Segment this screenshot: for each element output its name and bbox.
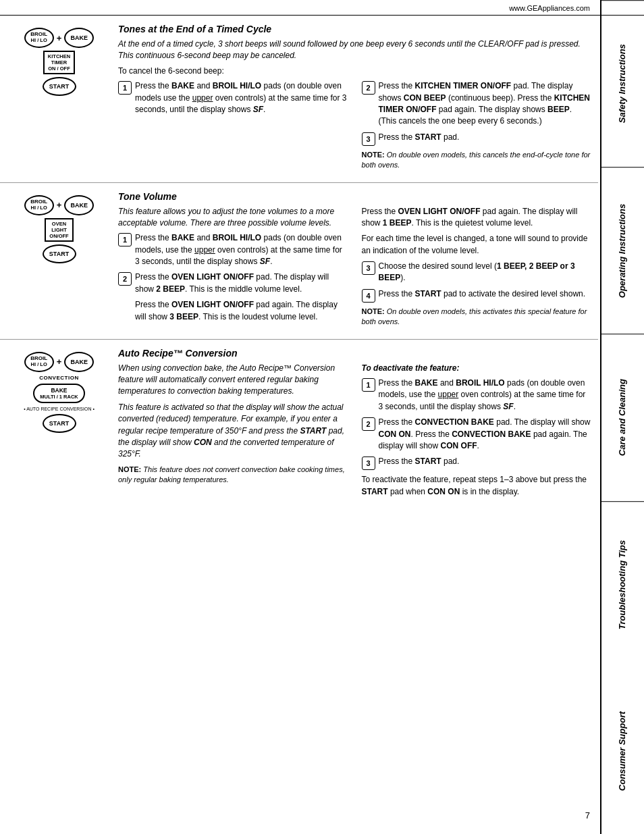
diagram-volume: BROIL HI / LO + BAKE OVENLIGHTON/OFF STA… <box>7 191 111 331</box>
vol-step-3: 3 Choose the desired sound level (1 BEEP… <box>362 261 592 284</box>
broil-button-3: BROIL HI / LO <box>24 352 54 372</box>
vol-1beep: Press the OVEN LIGHT ON/OFF pad again. T… <box>362 206 592 230</box>
oven-diagram-2: BROIL HI / LO + BAKE OVENLIGHTON/OFF STA… <box>24 195 95 263</box>
tones-col-right: 2 Press the KITCHEN TIMER ON/OFF pad. Th… <box>362 80 592 174</box>
plus-icon: + <box>57 33 62 43</box>
auto-recipe-intro2: This feature is activated so that the di… <box>118 402 348 461</box>
vol-step-4: 4 Press the START pad to activate the de… <box>362 288 592 303</box>
deact-step-2: 2 Press the CONVECTION BAKE pad. The dis… <box>362 417 592 452</box>
volume-note: NOTE: On double oven models, this activa… <box>362 307 592 328</box>
start-button-3: START <box>43 414 76 433</box>
bake-button-3: BAKE <box>64 352 94 372</box>
vol-step-num-3: 3 <box>362 261 375 275</box>
section-auto-recipe: BROIL HI / LO + BAKE CONVECTION BAKE MUL… <box>0 340 598 510</box>
vol-step-2: 2 Press the OVEN LIGHT ON/OFF pad. The d… <box>118 271 348 295</box>
text-tones-end: Tones at the End of a Timed Cycle At the… <box>111 24 591 174</box>
section-tones-end: BROIL HI / LO + BAKE KITCHENTIMERON / OF… <box>0 16 598 183</box>
auto-recipe-col-left: When using convection bake, the Auto Rec… <box>118 363 348 502</box>
text-auto-recipe: Auto Recipe™ Conversion When using conve… <box>111 348 591 502</box>
sidebar-consumer: Consumer Support <box>601 668 644 834</box>
bake-multi-button: BAKE MULTI / 1 RACK <box>33 384 85 403</box>
deact-step-1: 1 Press the BAKE and BROIL HI/LO pads (o… <box>362 377 592 413</box>
sidebar-troubleshooting: Troubleshooting Tips <box>601 501 644 668</box>
vol-step-text-4: Press the START pad to activate the desi… <box>379 288 592 300</box>
section-title-tones: Tones at the End of a Timed Cycle <box>118 24 591 34</box>
section-title-volume: Tone Volume <box>118 191 591 202</box>
step-1: 1 Press the BAKE and BROIL HI/LO pads (o… <box>118 80 348 115</box>
section-title-auto-recipe: Auto Recipe™ Conversion <box>118 348 591 359</box>
broil-button: BROIL HI / LO <box>24 28 54 48</box>
vol-step-text-2: Press the OVEN LIGHT ON/OFF pad. The dis… <box>135 271 348 295</box>
plus-icon-3: + <box>57 357 62 367</box>
broil-button-2: BROIL HI / LO <box>24 195 54 215</box>
right-sidebar: Safety Instructions Operating Instructio… <box>600 0 644 834</box>
vol-tone-change: For each time the level is changed, a to… <box>362 233 592 257</box>
deact-step-text-2: Press the CONVECTION BAKE pad. The displ… <box>379 417 592 452</box>
reactivate-text: To reactivate the feature, repeat steps … <box>362 474 592 498</box>
oven-light-button: OVENLIGHTON/OFF <box>45 218 73 242</box>
auto-recipe-two-col: When using convection bake, the Auto Rec… <box>118 363 591 502</box>
sidebar-operating: Operating Instructions <box>601 167 644 334</box>
volume-col-left: This feature allows you to adjust the to… <box>118 206 348 331</box>
tones-intro: At the end of a timed cycle, 3 short bee… <box>118 38 591 62</box>
start-button-2: START <box>43 244 76 263</box>
deact-step-text-3: Press the START pad. <box>379 456 592 467</box>
tones-sub-intro: To cancel the 6-second beep: <box>118 66 591 77</box>
step-text-3: Press the START pad. <box>379 132 592 143</box>
auto-recipe-intro1: When using convection bake, the Auto Rec… <box>118 363 348 398</box>
vol-3beep: Press the OVEN LIGHT ON/OFF pad again. T… <box>135 299 348 323</box>
bake-button-2: BAKE <box>64 195 94 215</box>
convection-label: CONVECTION <box>39 375 78 381</box>
deactivate-title: To deactivate the feature: <box>362 363 592 374</box>
volume-intro: This feature allows you to adjust the to… <box>118 206 348 230</box>
url-bar: www.GEAppliances.com <box>0 0 644 16</box>
plus-icon-2: + <box>57 200 62 210</box>
auto-recipe-col-right: To deactivate the feature: 1 Press the B… <box>362 363 592 502</box>
step-3: 3 Press the START pad. <box>362 132 592 146</box>
deact-step-3: 3 Press the START pad. <box>362 456 592 470</box>
text-tone-volume: Tone Volume This feature allows you to a… <box>111 191 591 331</box>
step-num-2: 2 <box>362 81 375 95</box>
diagram-auto-recipe: BROIL HI / LO + BAKE CONVECTION BAKE MUL… <box>7 348 111 502</box>
vol-step-num-4: 4 <box>362 289 375 303</box>
kitchen-timer-button: KITCHENTIMERON / OFF <box>43 51 75 74</box>
step-num-1: 1 <box>118 81 132 95</box>
auto-recipe-note: NOTE: This feature does not convert conv… <box>118 465 348 486</box>
tones-note: NOTE: On double oven models, this cancel… <box>362 150 592 171</box>
step-text-1: Press the BAKE and BROIL HI/LO pads (on … <box>135 80 348 115</box>
auto-recipe-label: • AUTO RECIPE CONVERSION • <box>24 407 95 411</box>
step-text-2: Press the KITCHEN TIMER ON/OFF pad. The … <box>379 80 592 128</box>
vol-step-num-1: 1 <box>118 233 132 246</box>
vol-step-1: 1 Press the BAKE and BROIL HI/LO pads (o… <box>118 232 348 267</box>
sidebar-care: Care and Cleaning <box>601 334 644 500</box>
sidebar-safety: Safety Instructions <box>601 0 644 167</box>
main-content: BROIL HI / LO + BAKE KITCHENTIMERON / OF… <box>0 16 598 509</box>
step-2: 2 Press the KITCHEN TIMER ON/OFF pad. Th… <box>362 80 592 128</box>
section-tone-volume: BROIL HI / LO + BAKE OVENLIGHTON/OFF STA… <box>0 183 598 340</box>
vol-step-text-3: Choose the desired sound level (1 BEEP, … <box>379 261 592 284</box>
deact-step-num-3: 3 <box>362 457 375 470</box>
diagram-tones: BROIL HI / LO + BAKE KITCHENTIMERON / OF… <box>7 24 111 174</box>
start-button: START <box>43 77 76 96</box>
tones-col-left: 1 Press the BAKE and BROIL HI/LO pads (o… <box>118 80 348 174</box>
oven-diagram-3: BROIL HI / LO + BAKE CONVECTION BAKE MUL… <box>24 352 95 433</box>
vol-step-num-2: 2 <box>118 272 132 286</box>
deact-step-text-1: Press the BAKE and BROIL HI/LO pads (on … <box>379 377 592 413</box>
volume-two-col: This feature allows you to adjust the to… <box>118 206 591 331</box>
vol-step-text-1: Press the BAKE and BROIL HI/LO pads (on … <box>135 232 348 267</box>
page-number: 7 <box>585 810 590 820</box>
oven-diagram-1: BROIL HI / LO + BAKE KITCHENTIMERON / OF… <box>24 28 95 96</box>
url-text: www.GEAppliances.com <box>509 4 590 12</box>
tones-two-col: 1 Press the BAKE and BROIL HI/LO pads (o… <box>118 80 591 174</box>
deact-step-num-2: 2 <box>362 417 375 431</box>
volume-col-right: Press the OVEN LIGHT ON/OFF pad again. T… <box>362 206 592 331</box>
step-num-3: 3 <box>362 132 375 146</box>
deact-step-num-1: 1 <box>362 378 375 392</box>
bake-button: BAKE <box>64 28 94 48</box>
